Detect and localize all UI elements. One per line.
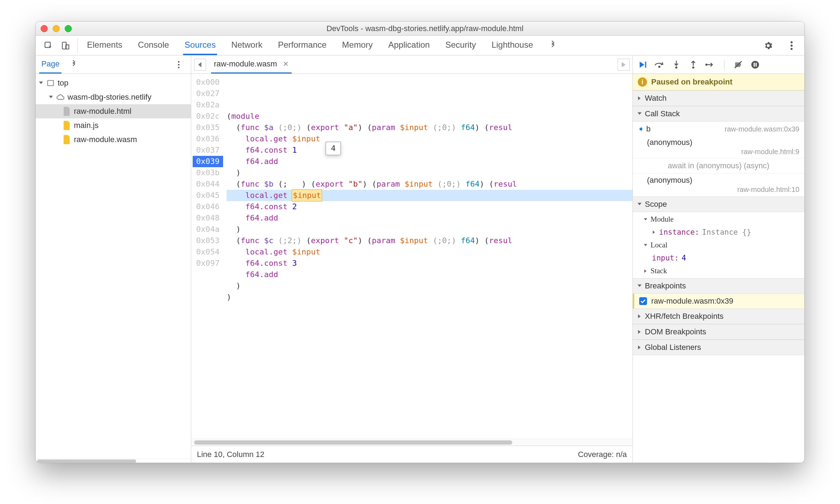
disclosure-down-icon [643,243,648,247]
disclosure-down-icon [637,111,642,116]
scope-local[interactable]: Local [633,239,804,252]
debugger-panel: i Paused on breakpoint Watch Call Stack … [632,55,804,463]
svg-point-3 [791,41,793,43]
section-global[interactable]: Global Listeners [633,340,804,355]
svg-point-16 [751,61,759,69]
device-toolbar-icon[interactable] [57,36,74,55]
svg-point-12 [675,66,677,69]
tabs-overflow-icon[interactable] [547,36,559,55]
scope-local-input[interactable]: input: 4 [633,252,804,264]
section-xhr[interactable]: XHR/fetch Breakpoints [633,309,804,324]
section-scope[interactable]: Scope [633,197,804,212]
status-coverage: Coverage: n/a [578,450,627,459]
tab-elements[interactable]: Elements [86,36,124,55]
svg-rect-18 [756,63,757,66]
editor-nav-run-icon[interactable] [618,59,630,71]
inspect-element-icon[interactable] [40,36,57,55]
disclosure-right-icon [643,269,648,273]
code-content[interactable]: (module (func $a (;0;) (export "a") (par… [223,74,632,439]
tab-console[interactable]: Console [136,36,170,55]
svg-point-8 [178,66,179,68]
zoom-window-button[interactable] [65,25,72,32]
editor-nav-back-icon[interactable] [194,59,206,71]
titlebar: DevTools - wasm-dbg-stories.netlify.app/… [36,22,804,36]
tab-security[interactable]: Security [444,36,478,55]
tree-top[interactable]: top [36,76,191,90]
tab-application[interactable]: Application [387,36,431,55]
navigator-scrollbar[interactable] [36,458,191,463]
disclosure-right-icon [637,345,642,350]
svg-rect-9 [48,81,54,86]
breakpoint-checkbox[interactable] [639,297,647,305]
tree-top-label: top [58,78,69,88]
disclosure-right-icon [652,230,656,234]
tab-performance[interactable]: Performance [276,36,328,55]
sources-body: Page top [36,55,804,463]
editor-horizontal-scrollbar[interactable] [191,439,632,446]
file-tree[interactable]: top wasm-dbg-stories.netlify raw-module.… [36,74,191,458]
section-breakpoints[interactable]: Breakpoints [633,278,804,294]
disclosure-down-icon [643,217,648,222]
callstack-frame-2[interactable]: (anonymous) raw-module.html:10 [633,174,804,196]
navigator-tabs: Page [36,55,191,74]
callstack-frame-1[interactable]: (anonymous) raw-module.html:9 [633,136,804,158]
frame-icon [46,78,55,88]
breakpoint-entry[interactable]: raw-module.wasm:0x39 [633,294,804,309]
tab-sources[interactable]: Sources [183,36,217,55]
step-over-icon[interactable] [654,59,665,70]
scope-module[interactable]: Module [633,213,804,226]
tree-file-html[interactable]: raw-module.html [36,104,191,118]
svg-point-14 [705,64,707,66]
more-menu-icon[interactable] [783,41,800,51]
close-tab-icon[interactable]: ✕ [283,60,289,68]
tab-memory[interactable]: Memory [341,36,374,55]
svg-rect-17 [754,63,755,66]
svg-point-4 [791,45,793,47]
traffic-lights [41,25,72,32]
info-icon: i [638,77,647,87]
svg-rect-10 [645,61,646,68]
scope-body: Module instance: Instance {} Local input… [633,212,804,278]
navigator-more-icon[interactable] [177,60,187,69]
disclosure-down-icon [637,202,642,207]
tab-network[interactable]: Network [230,36,264,55]
file-icon [63,106,71,116]
section-dom[interactable]: DOM Breakpoints [633,324,804,340]
deactivate-breakpoints-icon[interactable] [733,59,743,70]
close-window-button[interactable] [41,25,48,32]
wasm-file-icon [63,135,71,145]
step-out-icon[interactable] [688,59,699,70]
svg-point-7 [178,64,179,65]
tree-file-wasm[interactable]: raw-module.wasm [36,133,191,147]
resume-icon[interactable] [637,59,648,70]
disclosure-right-icon [637,329,642,334]
gutter[interactable]: 0x0000x0270x02a0x02c0x0350x0360x0370x039… [191,74,223,439]
pause-banner: i Paused on breakpoint [633,74,804,90]
scope-stack[interactable]: Stack [633,264,804,277]
scope-instance[interactable]: instance: Instance {} [633,226,804,239]
pause-on-exceptions-icon[interactable] [750,59,760,70]
code-editor[interactable]: 0x0000x0270x02a0x02c0x0350x0360x0370x039… [191,74,632,439]
step-icon[interactable] [705,59,716,70]
settings-gear-icon[interactable] [760,41,777,51]
tree-domain[interactable]: wasm-dbg-stories.netlify [36,90,191,104]
main-toolbar: Elements Console Sources Network Perform… [36,36,804,55]
callstack-async-boundary: await in (anonymous) (async) [633,158,804,174]
editor-tabs: raw-module.wasm ✕ [191,55,632,74]
tree-file-js[interactable]: main.js [36,118,191,133]
editor-tab-active[interactable]: raw-module.wasm ✕ [211,55,292,74]
section-callstack[interactable]: Call Stack [633,106,804,122]
navigator-tabs-overflow-icon[interactable] [68,55,80,74]
tab-lighthouse[interactable]: Lighthouse [490,36,534,55]
disclosure-right-icon [637,96,642,101]
disclosure-down-icon [637,283,642,288]
callstack-frame-0[interactable]: ➧b raw-module.wasm:0x39 [633,122,804,136]
tree-file-js-label: main.js [74,121,99,130]
section-watch[interactable]: Watch [633,90,804,106]
svg-point-5 [791,48,793,50]
editor-statusbar: Line 10, Column 12 Coverage: n/a [191,446,632,463]
navigator-tab-page[interactable]: Page [39,55,62,74]
step-into-icon[interactable] [671,59,682,70]
tree-file-html-label: raw-module.html [74,107,132,116]
minimize-window-button[interactable] [53,25,60,32]
